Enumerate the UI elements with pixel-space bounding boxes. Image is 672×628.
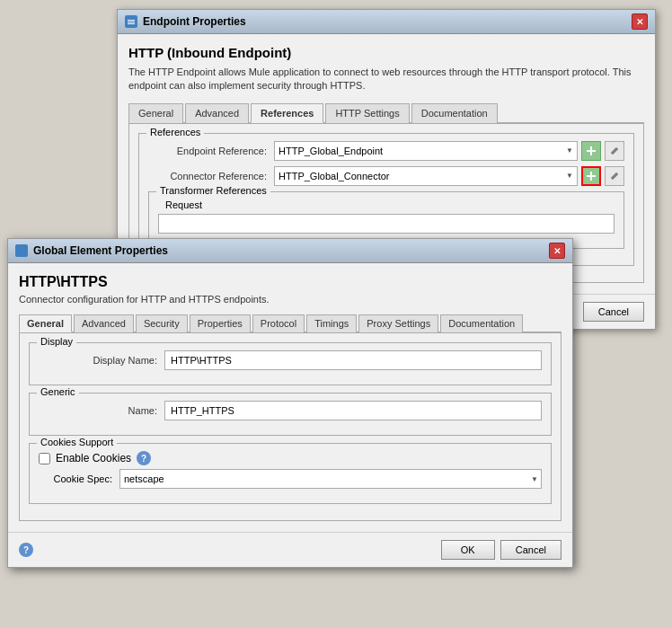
display-name-row: Display Name: — [39, 350, 542, 370]
global-close-button[interactable]: ✕ — [549, 243, 565, 259]
cookie-spec-label: Cookie Spec: — [39, 473, 119, 484]
generic-name-label: Name: — [39, 405, 164, 416]
global-dialog-content: HTTP\HTTPS Connector configuration for H… — [8, 263, 572, 532]
tab-global-security[interactable]: Security — [136, 314, 188, 332]
tab-references[interactable]: References — [251, 103, 323, 123]
transformer-references-title: Transformer References — [156, 185, 270, 196]
tab-global-proxy-settings[interactable]: Proxy Settings — [358, 314, 438, 332]
tab-documentation[interactable]: Documentation — [411, 103, 498, 123]
cookie-spec-row: Cookie Spec: netscape rfc2109 rfc2965 ig… — [39, 469, 542, 489]
connector-ref-controls: HTTP_Global_Connector ▼ — [274, 166, 624, 186]
enable-cookies-checkbox[interactable] — [39, 453, 50, 464]
cookies-group-title: Cookies Support — [37, 437, 117, 447]
tab-global-advanced[interactable]: Advanced — [74, 314, 134, 332]
endpoint-close-button[interactable]: ✕ — [632, 13, 648, 30]
references-group-title: References — [146, 127, 204, 137]
endpoint-ref-combo[interactable]: HTTP_Global_Endpoint ▼ — [274, 141, 578, 161]
global-dialog-action-buttons: OK Cancel — [441, 540, 561, 560]
display-name-input[interactable] — [164, 350, 542, 370]
generic-group-title: Generic — [37, 386, 79, 397]
global-title-icon — [15, 244, 28, 257]
tab-general[interactable]: General — [128, 103, 183, 123]
dialog-help-icon[interactable]: ? — [19, 543, 33, 557]
display-group: Display Display Name: — [29, 342, 552, 385]
endpoint-ref-row: Endpoint Reference: HTTP_Global_Endpoint… — [148, 141, 624, 161]
svg-rect-5 — [587, 150, 596, 152]
global-general-panel: Display Display Name: Generic Name: — [19, 332, 561, 521]
enable-cookies-row: Enable Cookies ? — [39, 451, 542, 465]
endpoint-ref-controls: HTTP_Global_Endpoint ▼ — [274, 141, 624, 161]
tab-advanced[interactable]: Advanced — [185, 103, 249, 123]
cookie-spec-select-wrapper: netscape rfc2109 rfc2965 ignorecookies d… — [119, 469, 542, 489]
connector-ref-combo[interactable]: HTTP_Global_Connector ▼ — [274, 166, 578, 186]
tab-global-timings[interactable]: Timings — [306, 314, 357, 332]
tab-global-properties[interactable]: Properties — [190, 314, 251, 332]
request-input[interactable] — [158, 214, 615, 234]
global-ok-button[interactable]: OK — [441, 540, 495, 560]
generic-group: Generic Name: — [29, 393, 552, 436]
generic-name-controls — [164, 401, 542, 420]
global-dialog-bottom-bar: ? OK Cancel — [8, 532, 572, 567]
cookie-spec-select[interactable]: netscape rfc2109 rfc2965 ignorecookies d… — [119, 469, 542, 489]
global-tabs-bar: General Advanced Security Properties Pro… — [19, 314, 561, 332]
endpoint-ref-arrow: ▼ — [566, 146, 573, 155]
endpoint-cancel-button[interactable]: Cancel — [583, 302, 644, 322]
global-description: Connector configuration for HTTP and HTT… — [19, 294, 561, 305]
endpoint-ref-edit-button[interactable] — [605, 141, 624, 161]
endpoint-description: The HTTP Endpoint allows Mule applicatio… — [128, 66, 644, 93]
endpoint-ref-add-button[interactable] — [581, 141, 601, 161]
global-heading: HTTP\HTTPS — [19, 274, 561, 290]
generic-name-row: Name: — [39, 401, 542, 420]
request-label: Request — [158, 199, 615, 210]
tab-http-settings[interactable]: HTTP Settings — [325, 103, 409, 123]
global-dialog-title-text: Global Element Properties — [15, 244, 168, 257]
global-cancel-button[interactable]: Cancel — [500, 540, 561, 560]
endpoint-dialog-titlebar: Endpoint Properties ✕ — [118, 10, 655, 34]
endpoint-dialog-title: Endpoint Properties — [125, 15, 246, 28]
endpoint-tabs-bar: General Advanced References HTTP Setting… — [128, 102, 644, 123]
tab-global-protocol[interactable]: Protocol — [252, 314, 305, 332]
svg-rect-2 — [128, 22, 135, 22]
global-element-properties-dialog: Global Element Properties ✕ HTTP\HTTPS C… — [7, 238, 573, 568]
connector-ref-arrow: ▼ — [566, 172, 573, 180]
svg-rect-7 — [587, 175, 596, 177]
svg-rect-9 — [17, 246, 26, 255]
generic-name-input[interactable] — [164, 401, 542, 420]
global-dialog-titlebar: Global Element Properties ✕ — [8, 239, 572, 263]
endpoint-ref-label: Endpoint Reference: — [148, 146, 274, 156]
endpoint-title-icon — [125, 15, 137, 28]
display-name-label: Display Name: — [39, 355, 164, 366]
cookies-help-icon[interactable]: ? — [137, 451, 151, 465]
connector-ref-label: Connector Reference: — [148, 171, 274, 181]
enable-cookies-label: Enable Cookies — [56, 452, 131, 464]
svg-rect-1 — [128, 20, 135, 21]
svg-rect-3 — [128, 23, 135, 24]
connector-ref-add-button[interactable] — [581, 166, 601, 186]
tab-global-general[interactable]: General — [19, 314, 72, 332]
display-group-title: Display — [37, 336, 76, 347]
display-name-controls — [164, 350, 542, 370]
connector-ref-row: Connector Reference: HTTP_Global_Connect… — [148, 166, 624, 186]
endpoint-heading: HTTP (Inbound Endpoint) — [128, 45, 644, 60]
connector-ref-edit-button[interactable] — [605, 166, 624, 186]
cookies-group: Cookies Support Enable Cookies ? Cookie … — [29, 443, 552, 504]
global-dialog-help: ? — [19, 543, 33, 557]
tab-global-documentation[interactable]: Documentation — [440, 314, 523, 332]
